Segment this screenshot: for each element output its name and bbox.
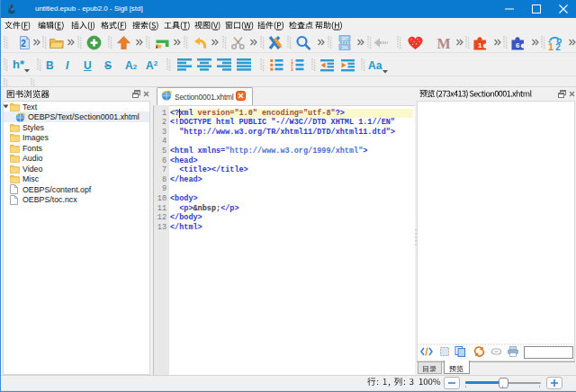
- svg-text:2: 2: [21, 39, 26, 49]
- svg-text:1: 1: [478, 41, 482, 49]
- svg-text:1: 1: [548, 42, 554, 50]
- svg-text:36?: 36?: [341, 37, 348, 41]
- svg-text:3%: 3%: [342, 46, 348, 50]
- svg-text:3: 3: [291, 67, 293, 72]
- svg-text:M: M: [436, 36, 450, 51]
- svg-text:2: 2: [555, 42, 561, 50]
- svg-text:6: 6: [516, 41, 520, 49]
